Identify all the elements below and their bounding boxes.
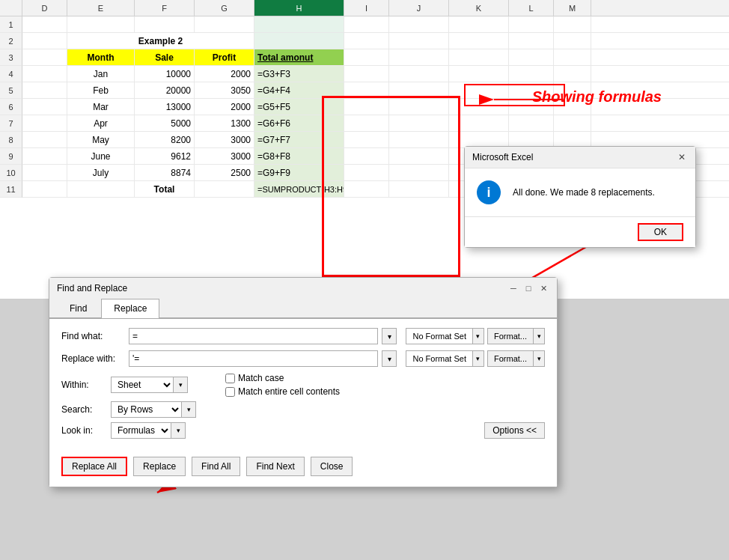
cell-i7[interactable] [344, 115, 389, 131]
cell-m2[interactable] [554, 33, 591, 49]
cell-f1[interactable] [135, 16, 195, 32]
cell-h5[interactable]: =G4+F4 [254, 82, 344, 98]
look-in-select[interactable]: Formulas Values Notes [111, 422, 171, 439]
cell-d6[interactable] [22, 99, 67, 115]
cell-k2[interactable] [449, 33, 509, 49]
tab-find[interactable]: Find [57, 299, 100, 317]
cell-g7[interactable]: 1300 [195, 115, 254, 131]
col-header-g[interactable]: G [195, 0, 254, 16]
cell-e10[interactable]: July [67, 165, 135, 180]
find-what-dropdown[interactable]: ▾ [382, 328, 397, 344]
cell-f5[interactable]: 20000 [135, 82, 195, 98]
cell-g8[interactable]: 3000 [195, 132, 254, 147]
col-header-e[interactable]: E [67, 0, 135, 16]
cell-g4[interactable]: 2000 [195, 66, 254, 82]
cell-d3[interactable] [22, 49, 67, 65]
cell-l7[interactable] [509, 115, 554, 131]
cell-e1[interactable] [67, 16, 135, 32]
cell-d1[interactable] [22, 16, 67, 32]
cell-h9[interactable]: =G8+F8 [254, 148, 344, 164]
cell-g3[interactable]: Profit [195, 49, 254, 65]
cell-f7[interactable]: 5000 [135, 115, 195, 131]
cell-i1[interactable] [344, 16, 389, 32]
find-format-button[interactable]: Format... [487, 328, 534, 344]
col-header-k[interactable]: K [449, 0, 509, 16]
cell-i9[interactable] [344, 148, 389, 164]
cell-g11[interactable] [195, 181, 254, 197]
find-what-input[interactable] [129, 328, 378, 344]
cell-j10[interactable] [389, 165, 449, 180]
cell-e9[interactable]: June [67, 148, 135, 164]
cell-e8[interactable]: May [67, 132, 135, 147]
find-format-dropdown2[interactable]: ▾ [533, 328, 545, 344]
cell-d4[interactable] [22, 66, 67, 82]
alert-ok-button[interactable]: OK [638, 223, 683, 241]
cell-h7[interactable]: =G6+F6 [254, 115, 344, 131]
find-format-dropdown[interactable]: ▾ [472, 328, 484, 344]
cell-m1[interactable] [554, 16, 591, 32]
replace-format-dropdown[interactable]: ▾ [472, 350, 484, 367]
cell-i3[interactable] [344, 49, 389, 65]
cell-j5[interactable] [389, 82, 449, 98]
cell-j9[interactable] [389, 148, 449, 164]
cell-l3[interactable] [509, 49, 554, 65]
cell-m3[interactable] [554, 49, 591, 65]
cell-g5[interactable]: 3050 [195, 82, 254, 98]
replace-format-dropdown2[interactable]: ▾ [533, 350, 545, 367]
cell-j8[interactable] [389, 132, 449, 147]
cell-l8[interactable] [509, 132, 554, 147]
cell-j11[interactable] [389, 181, 449, 197]
cell-e3[interactable]: Month [67, 49, 135, 65]
cell-f10[interactable]: 8874 [135, 165, 195, 180]
cell-g1[interactable] [195, 16, 254, 32]
cell-f11[interactable]: Total [135, 181, 195, 197]
replace-with-input[interactable] [129, 350, 378, 367]
cell-j7[interactable] [389, 115, 449, 131]
alert-close-button[interactable]: ✕ [676, 151, 688, 163]
cell-k8[interactable] [449, 132, 509, 147]
cell-f8[interactable]: 8200 [135, 132, 195, 147]
cell-m7[interactable] [554, 115, 591, 131]
cell-l1[interactable] [509, 16, 554, 32]
within-select[interactable]: Sheet Workbook [111, 377, 174, 393]
cell-d5[interactable] [22, 82, 67, 98]
cell-f3[interactable]: Sale [135, 49, 195, 65]
cell-e6[interactable]: Mar [67, 99, 135, 115]
match-entire-checkbox[interactable] [225, 387, 235, 397]
cell-f6[interactable]: 13000 [135, 99, 195, 115]
options-button[interactable]: Options << [484, 422, 545, 439]
cell-k4[interactable] [449, 66, 509, 82]
cell-d10[interactable] [22, 165, 67, 180]
cell-h1[interactable] [254, 16, 344, 32]
find-next-button[interactable]: Find Next [246, 457, 304, 476]
cell-d9[interactable] [22, 148, 67, 164]
find-all-button[interactable]: Find All [192, 457, 240, 476]
replace-format-button[interactable]: Format... [487, 350, 534, 367]
cell-e5[interactable]: Feb [67, 82, 135, 98]
replace-with-dropdown[interactable]: ▾ [382, 350, 397, 367]
cell-g6[interactable]: 2000 [195, 99, 254, 115]
cell-m8[interactable] [554, 132, 591, 147]
cell-d7[interactable] [22, 115, 67, 131]
cell-h11[interactable]: =SUMPRODUCT(H3:H9) [254, 181, 344, 197]
cell-i6[interactable] [344, 99, 389, 115]
cell-i10[interactable] [344, 165, 389, 180]
cell-h2[interactable] [254, 33, 344, 49]
cell-h6[interactable]: =G5+F5 [254, 99, 344, 115]
cell-g9[interactable]: 3000 [195, 148, 254, 164]
cell-l4[interactable] [509, 66, 554, 82]
cell-i5[interactable] [344, 82, 389, 98]
cell-k1[interactable] [449, 16, 509, 32]
cell-f4[interactable]: 10000 [135, 66, 195, 82]
cell-j6[interactable] [389, 99, 449, 115]
look-in-dropdown[interactable]: ▾ [171, 422, 186, 439]
cell-e4[interactable]: Jan [67, 66, 135, 82]
cell-l2[interactable] [509, 33, 554, 49]
cell-h10[interactable]: =G9+F9 [254, 165, 344, 180]
col-header-l[interactable]: L [509, 0, 554, 16]
col-header-h[interactable]: H [254, 0, 344, 16]
cell-e11[interactable] [67, 181, 135, 197]
col-header-j[interactable]: J [389, 0, 449, 16]
cell-j4[interactable] [389, 66, 449, 82]
cell-k3[interactable] [449, 49, 509, 65]
